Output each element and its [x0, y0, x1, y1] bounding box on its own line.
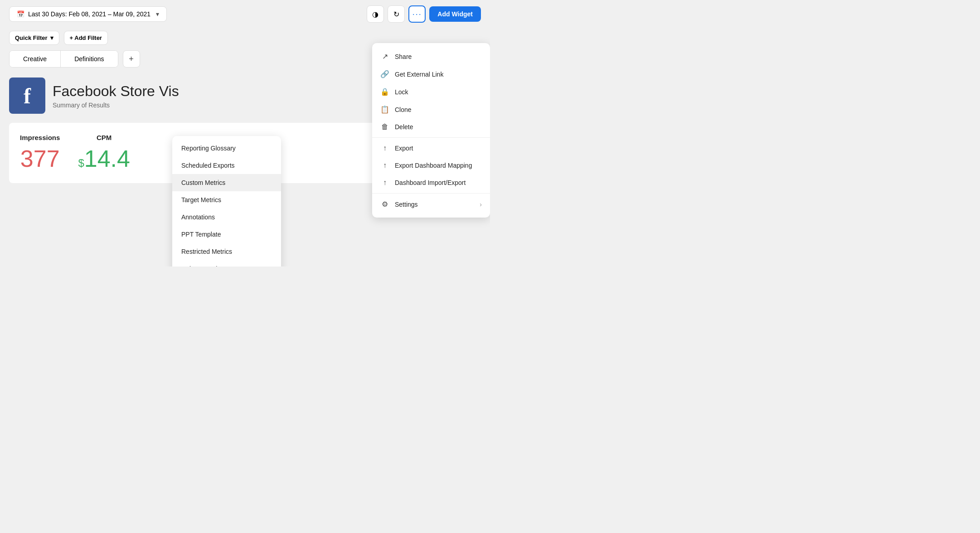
export-icon: ↑: [380, 144, 389, 152]
date-picker[interactable]: 📅 Last 30 Days: Feb 08, 2021 – Mar 09, 2…: [9, 6, 167, 22]
page-title: Facebook Store Vis: [53, 83, 179, 100]
chevron-down-icon: ▾: [156, 10, 159, 18]
dropdown-divider-1: [372, 137, 490, 138]
more-options-button[interactable]: ···: [408, 5, 426, 23]
settings-label: Settings: [395, 201, 474, 208]
right-dropdown-menu: ↗ Share 🔗 Get External Link 🔒 Lock 📋 Clo…: [372, 43, 490, 218]
export-mapping-icon: ↑: [380, 161, 389, 170]
settings-icon: ⚙: [380, 200, 389, 208]
dots-icon: ···: [412, 10, 422, 19]
menu-item-reporting-glossary[interactable]: Reporting Glossary: [172, 140, 281, 157]
clone-icon: 📋: [380, 105, 389, 114]
menu-item-export-dashboard-mapping[interactable]: ↑ Export Dashboard Mapping: [372, 157, 490, 174]
menu-item-delete[interactable]: 🗑 Delete: [372, 118, 490, 136]
cpm-value: $14.4: [78, 145, 130, 172]
dashboard-import-icon: ↑: [380, 179, 389, 187]
menu-item-target-metrics[interactable]: Target Metrics: [172, 191, 281, 208]
page-subtitle: Summary of Results: [53, 102, 179, 109]
clone-label: Clone: [395, 106, 482, 113]
external-link-label: Get External Link: [395, 71, 482, 78]
add-filter-label: + Add Filter: [70, 34, 102, 41]
refresh-icon: ↻: [393, 10, 399, 19]
dropdown-divider-2: [372, 193, 490, 194]
export-mapping-label: Export Dashboard Mapping: [395, 162, 482, 169]
settings-arrow-icon: ›: [480, 201, 482, 208]
date-range-text: Last 30 Days: Feb 08, 2021 – Mar 09, 202…: [28, 10, 150, 18]
share-label: Share: [395, 53, 482, 60]
menu-item-scheduled-exports[interactable]: Scheduled Exports: [172, 157, 281, 174]
share-icon: ↗: [380, 52, 389, 61]
refresh-button[interactable]: ↻: [388, 5, 405, 23]
theme-toggle-button[interactable]: ◑: [367, 5, 384, 23]
menu-item-unique-metrics[interactable]: Unique Metrics: [172, 260, 281, 266]
facebook-logo: f: [9, 78, 45, 114]
menu-item-custom-metrics[interactable]: Custom Metrics: [172, 174, 281, 191]
impressions-stat: Impressions 377: [20, 134, 60, 172]
menu-item-export[interactable]: ↑ Export: [372, 140, 490, 157]
top-right-actions: ◑ ↻ ··· Add Widget: [367, 5, 481, 23]
page-title-section: Facebook Store Vis Summary of Results: [53, 83, 179, 109]
impressions-value: 377: [20, 145, 60, 172]
tab-definitions[interactable]: Definitions: [61, 51, 117, 67]
menu-item-lock[interactable]: 🔒 Lock: [372, 83, 490, 101]
add-tab-button[interactable]: +: [123, 50, 140, 68]
add-widget-button[interactable]: Add Widget: [429, 6, 481, 22]
calendar-icon: 📅: [17, 10, 24, 18]
delete-icon: 🗑: [380, 123, 389, 131]
delete-label: Delete: [395, 123, 482, 131]
theme-icon: ◑: [372, 10, 378, 19]
export-label: Export: [395, 145, 482, 152]
menu-item-clone[interactable]: 📋 Clone: [372, 101, 490, 118]
menu-item-settings[interactable]: ⚙ Settings ›: [372, 195, 490, 213]
tabs-container: Creative Definitions: [9, 50, 118, 68]
quick-filter-button[interactable]: Quick Filter ▾: [9, 31, 59, 45]
menu-item-dashboard-import-export[interactable]: ↑ Dashboard Import/Export: [372, 174, 490, 191]
dashboard-import-label: Dashboard Import/Export: [395, 179, 482, 186]
menu-item-annotations[interactable]: Annotations: [172, 208, 281, 226]
lock-icon: 🔒: [380, 87, 389, 96]
lock-label: Lock: [395, 88, 482, 96]
quick-filter-chevron-icon: ▾: [50, 34, 53, 41]
menu-item-ppt-template[interactable]: PPT Template: [172, 226, 281, 243]
top-bar: 📅 Last 30 Days: Feb 08, 2021 – Mar 09, 2…: [0, 0, 490, 28]
cpm-stat: CPM $14.4: [78, 134, 130, 172]
link-icon: 🔗: [380, 70, 389, 78]
menu-item-restricted-metrics[interactable]: Restricted Metrics: [172, 243, 281, 260]
menu-item-share[interactable]: ↗ Share: [372, 48, 490, 65]
tab-creative[interactable]: Creative: [10, 51, 61, 67]
cpm-prefix: $: [78, 157, 84, 169]
left-dropdown-menu: Reporting Glossary Scheduled Exports Cus…: [172, 136, 281, 266]
cpm-label: CPM: [78, 134, 130, 141]
quick-filter-label: Quick Filter: [15, 34, 48, 41]
impressions-label: Impressions: [20, 134, 60, 141]
add-filter-button[interactable]: + Add Filter: [64, 31, 108, 45]
menu-item-get-external-link[interactable]: 🔗 Get External Link: [372, 65, 490, 83]
